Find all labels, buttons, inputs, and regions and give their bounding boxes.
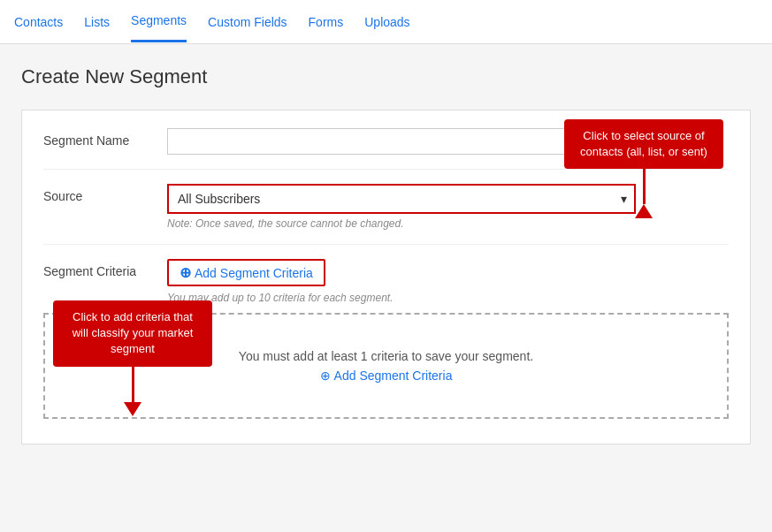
form-area: Segment Name ★ Source All Subscribers Li…: [21, 110, 751, 445]
segment-name-input[interactable]: [167, 128, 662, 155]
criteria-label: Segment Criteria: [43, 259, 167, 278]
top-nav: Contacts Lists Segments Custom Fields Fo…: [0, 0, 772, 44]
nav-item-forms[interactable]: Forms: [309, 3, 344, 42]
criteria-row: Segment Criteria ⊕ Add Segment Criteria …: [43, 259, 729, 426]
nav-item-segments[interactable]: Segments: [131, 1, 187, 42]
nav-item-contacts[interactable]: Contacts: [14, 3, 63, 42]
criteria-box-add-link[interactable]: ⊕ Add Segment Criteria: [320, 369, 453, 383]
plus-icon: ⊕: [180, 264, 191, 281]
plus-circle-icon: ⊕: [320, 369, 331, 383]
segment-name-control: ★: [167, 128, 729, 155]
nav-item-custom-fields[interactable]: Custom Fields: [208, 3, 287, 42]
criteria-box-link-label: Add Segment Criteria: [334, 369, 453, 383]
page-title: Create New Segment: [21, 65, 751, 88]
criteria-box: You must add at least 1 criteria to save…: [43, 313, 729, 419]
segment-name-label: Segment Name: [43, 128, 167, 148]
source-row: Source All Subscribers List Sent ▾ Note:…: [43, 184, 729, 245]
page-content: Create New Segment Segment Name ★ Source: [0, 44, 772, 532]
required-star-icon: ★: [643, 133, 655, 150]
source-label: Source: [43, 184, 167, 203]
source-dropdown[interactable]: All Subscribers List Sent: [167, 184, 636, 214]
source-control: All Subscribers List Sent ▾ Note: Once s…: [167, 184, 729, 230]
segment-name-row: Segment Name ★: [43, 128, 729, 170]
nav-item-uploads[interactable]: Uploads: [364, 3, 409, 42]
criteria-note: You may add up to 10 criteria for each s…: [167, 292, 729, 304]
segment-name-input-wrapper: ★: [167, 128, 662, 155]
add-criteria-button[interactable]: ⊕ Add Segment Criteria: [167, 259, 325, 286]
criteria-control: ⊕ Add Segment Criteria You may add up to…: [167, 259, 729, 304]
source-note: Note: Once saved, the source cannot be c…: [167, 217, 729, 230]
source-dropdown-wrapper: All Subscribers List Sent ▾: [167, 184, 636, 214]
add-criteria-btn-label: Add Segment Criteria: [195, 266, 313, 280]
criteria-box-message: You must add at least 1 criteria to save…: [239, 349, 533, 363]
nav-item-lists[interactable]: Lists: [84, 3, 110, 42]
